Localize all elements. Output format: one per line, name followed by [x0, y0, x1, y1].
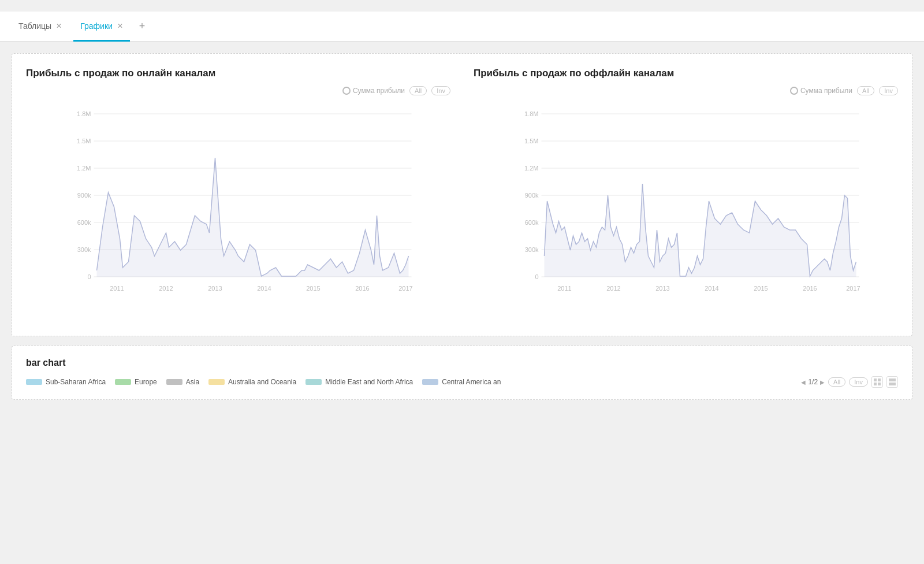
svg-text:2014: 2014	[705, 285, 718, 292]
offline-badge-inv[interactable]: Inv	[879, 86, 898, 95]
svg-text:600k: 600k	[77, 219, 91, 226]
svg-text:1.5M: 1.5M	[524, 138, 538, 144]
svg-text:300k: 300k	[525, 246, 539, 253]
legend-asia-label: Asia	[186, 378, 199, 386]
svg-text:2016: 2016	[355, 285, 369, 292]
svg-text:2017: 2017	[846, 285, 860, 292]
pagination-next[interactable]: ▶	[820, 379, 825, 385]
bar-all-badge[interactable]: All	[828, 377, 845, 387]
offline-legend-label: Сумма прибыли	[800, 87, 852, 95]
tab-tables-label: Таблицы	[18, 21, 51, 31]
svg-text:2011: 2011	[110, 285, 124, 292]
tab-charts-close[interactable]: ✕	[117, 23, 123, 29]
svg-text:0: 0	[535, 273, 538, 280]
online-legend-circle	[342, 87, 351, 95]
svg-text:1.8M: 1.8M	[77, 110, 91, 117]
page-container: Таблицы ✕ Графики ✕ + Прибыль с продаж п…	[0, 0, 924, 564]
svg-text:2014: 2014	[257, 285, 271, 292]
svg-text:300k: 300k	[77, 246, 91, 253]
svg-text:2016: 2016	[803, 285, 817, 292]
svg-marker-43	[545, 184, 856, 277]
bar-layout-icon-1[interactable]	[871, 376, 883, 388]
offline-legend-circle	[790, 87, 798, 95]
legend-europe-color	[115, 379, 131, 385]
tab-tables-close[interactable]: ✕	[56, 23, 62, 29]
legend-asia: Asia	[166, 378, 199, 386]
svg-rect-44	[874, 379, 877, 381]
pagination-text: 1/2	[808, 378, 818, 386]
bar-layout-icon-2[interactable]	[886, 376, 898, 388]
tab-charts-label: Графики	[80, 21, 113, 31]
legend-australia-color	[208, 379, 225, 385]
svg-text:2013: 2013	[208, 285, 222, 292]
svg-text:1.2M: 1.2M	[77, 165, 91, 172]
svg-text:2015: 2015	[306, 285, 320, 292]
tab-add-icon: +	[139, 20, 146, 32]
bar-chart-legend: Sub-Saharan Africa Europe Asia Australia…	[26, 376, 898, 388]
svg-text:2015: 2015	[754, 285, 767, 292]
line-charts-section: Прибыль с продаж по онлайн каналам Сумма…	[12, 53, 912, 336]
online-chart-svg-wrapper: 1.8M 1.5M 1.2M 900k 600k 300k 0	[26, 100, 450, 322]
legend-europe: Europe	[115, 378, 157, 386]
legend-sub-saharan: Sub-Saharan Africa	[26, 378, 106, 386]
svg-text:2013: 2013	[655, 285, 669, 292]
tab-tables[interactable]: Таблицы ✕	[12, 12, 69, 42]
online-chart-legend: Сумма прибыли All Inv	[26, 86, 450, 95]
svg-rect-45	[878, 379, 881, 381]
svg-rect-46	[874, 383, 877, 385]
legend-central-america-label: Central America an	[442, 378, 501, 386]
legend-sub-saharan-color	[26, 379, 42, 385]
tab-charts[interactable]: Графики ✕	[73, 12, 130, 42]
svg-rect-48	[889, 379, 896, 381]
offline-badge-all[interactable]: All	[857, 86, 874, 95]
legend-asia-color	[166, 379, 182, 385]
legend-middle-east: Middle East and North Africa	[305, 378, 413, 386]
pagination-prev[interactable]: ◀	[801, 379, 806, 385]
svg-marker-21	[97, 158, 409, 277]
content-area: Прибыль с продаж по онлайн каналам Сумма…	[0, 42, 924, 411]
legend-europe-label: Europe	[135, 378, 157, 386]
online-chart-container: Прибыль с продаж по онлайн каналам Сумма…	[26, 68, 450, 322]
online-badge-all[interactable]: All	[409, 86, 427, 95]
svg-text:900k: 900k	[525, 192, 539, 199]
legend-central-america-color	[422, 379, 438, 385]
svg-text:1.8M: 1.8M	[524, 110, 538, 117]
svg-text:600k: 600k	[525, 219, 539, 226]
online-badge-inv[interactable]: Inv	[431, 86, 450, 95]
online-legend-line: Сумма прибыли	[342, 87, 405, 95]
legend-australia: Australia and Oceania	[208, 378, 296, 386]
svg-rect-47	[878, 383, 881, 385]
offline-chart-container: Прибыль с продаж по оффлайн каналам Сумм…	[474, 68, 898, 322]
svg-text:2012: 2012	[606, 285, 620, 292]
svg-text:2012: 2012	[159, 285, 173, 292]
bar-chart-section: bar chart Sub-Saharan Africa Europe Asia	[12, 346, 912, 400]
offline-chart-title: Прибыль с продаж по оффлайн каналам	[474, 68, 898, 79]
offline-legend-line: Сумма прибыли	[790, 87, 852, 95]
svg-text:900k: 900k	[77, 192, 91, 199]
tab-bar: Таблицы ✕ Графики ✕ +	[0, 12, 924, 42]
online-chart-title: Прибыль с продаж по онлайн каналам	[26, 68, 450, 79]
bar-chart-controls: ◀ 1/2 ▶ All Inv	[801, 376, 898, 388]
offline-chart-legend: Сумма прибыли All Inv	[474, 86, 898, 95]
bar-inv-badge[interactable]: Inv	[849, 377, 868, 387]
legend-central-america: Central America an	[422, 378, 501, 386]
svg-text:2011: 2011	[557, 285, 571, 292]
svg-text:1.2M: 1.2M	[524, 165, 538, 172]
svg-text:2017: 2017	[398, 285, 412, 292]
legend-sub-saharan-label: Sub-Saharan Africa	[46, 378, 106, 386]
svg-text:1.5M: 1.5M	[77, 138, 91, 144]
svg-text:0: 0	[87, 273, 91, 280]
pagination: ◀ 1/2 ▶	[801, 378, 825, 386]
online-chart-svg: 1.8M 1.5M 1.2M 900k 600k 300k 0	[26, 100, 450, 320]
charts-row: Прибыль с продаж по онлайн каналам Сумма…	[26, 68, 898, 322]
bar-chart-title: bar chart	[26, 358, 898, 368]
offline-chart-svg-wrapper: 1.8M 1.5M 1.2M 900k 600k 300k 0	[474, 100, 898, 322]
tab-add-button[interactable]: +	[135, 12, 150, 41]
legend-australia-label: Australia and Oceania	[228, 378, 296, 386]
online-legend-label: Сумма прибыли	[353, 87, 405, 95]
legend-middle-east-label: Middle East and North Africa	[325, 378, 413, 386]
offline-chart-svg: 1.8M 1.5M 1.2M 900k 600k 300k 0	[474, 100, 898, 320]
svg-rect-49	[889, 383, 896, 385]
legend-middle-east-color	[305, 379, 322, 385]
